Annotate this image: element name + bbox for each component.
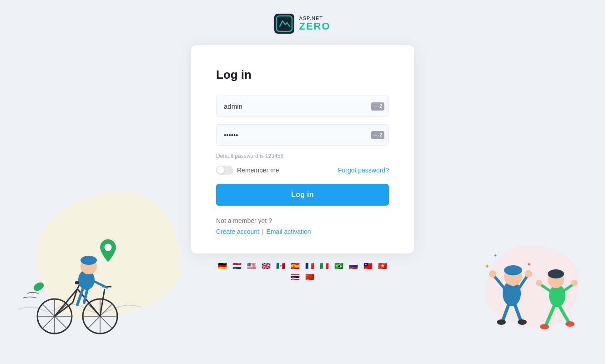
password-badge: ··· 2 (371, 131, 384, 139)
badge-count: 2 (379, 104, 382, 109)
login-card: Log in ··· 2 ··· 2 Default password is 1… (191, 45, 414, 253)
login-title: Log in (216, 68, 389, 82)
svg-point-31 (489, 270, 496, 278)
flag-item-4[interactable]: 🇲🇽 (275, 263, 286, 270)
flag-item-8[interactable]: 🇧🇷 (333, 263, 344, 270)
svg-line-43 (540, 284, 550, 291)
flag-item-2[interactable]: 🇺🇸 (246, 263, 257, 270)
remember-toggle[interactable] (216, 166, 233, 175)
flag-item-10[interactable]: 🇹🇼 (363, 263, 373, 270)
svg-point-25 (105, 244, 112, 251)
flag-item-5[interactable]: 🇪🇸 (290, 263, 301, 270)
username-input[interactable] (216, 96, 389, 117)
svg-point-24 (32, 281, 45, 293)
toggle-knob (217, 167, 224, 174)
flag-item-6[interactable]: 🇫🇷 (304, 263, 315, 270)
svg-point-28 (504, 265, 522, 275)
flag-item-11[interactable]: 🇭🇰 (377, 263, 388, 270)
svg-line-16 (77, 284, 80, 289)
remember-left: Remember me (216, 166, 279, 175)
badge-dots: ··· (373, 104, 379, 109)
svg-point-45 (536, 280, 542, 286)
svg-line-44 (563, 284, 573, 291)
not-member-text: Not a member yet ? (216, 217, 389, 224)
svg-point-46 (571, 280, 578, 286)
svg-point-35 (497, 319, 506, 325)
flag-item-13[interactable]: 🇨🇳 (304, 273, 315, 281)
username-group: ··· 2 (216, 96, 389, 117)
location-pin (100, 239, 116, 264)
svg-text:✦: ✦ (494, 253, 497, 258)
badge-dots-pw: ··· (373, 132, 379, 138)
svg-point-49 (540, 324, 549, 329)
svg-text:✦: ✦ (484, 263, 490, 270)
svg-point-50 (565, 321, 575, 327)
illustration-people: ✦ ✦ ✦ (473, 223, 591, 350)
logo-zero-label: ZERO (299, 21, 330, 32)
remember-label: Remember me (237, 167, 279, 174)
account-links: Create account | Email activation (216, 228, 389, 235)
create-account-link[interactable]: Create account (216, 228, 259, 235)
forgot-password-link[interactable]: Forgot password? (338, 167, 389, 174)
svg-point-32 (525, 270, 532, 278)
link-separator: | (262, 228, 264, 235)
svg-line-10 (55, 289, 77, 316)
svg-line-47 (546, 306, 554, 325)
svg-line-48 (560, 306, 569, 322)
flag-item-0[interactable]: 🇩🇪 (217, 263, 228, 270)
logo-text: ASP.NET ZERO (299, 15, 330, 32)
svg-text:✦: ✦ (527, 261, 531, 268)
logo-icon (274, 14, 294, 34)
flag-item-12[interactable]: 🇹🇭 (290, 273, 301, 281)
flag-item-9[interactable]: 🇷🇺 (348, 263, 359, 270)
svg-point-20 (81, 256, 97, 265)
badge-count-pw: 2 (379, 132, 382, 137)
flag-item-7[interactable]: 🇮🇹 (319, 263, 330, 270)
illustration-cyclist (14, 209, 141, 346)
svg-line-33 (503, 305, 509, 321)
header: ASP.NET ZERO (274, 14, 330, 34)
svg-line-29 (494, 275, 505, 289)
svg-point-42 (548, 269, 564, 278)
flag-item-1[interactable]: 🇳🇱 (232, 263, 242, 270)
password-input[interactable] (216, 124, 389, 146)
flag-item-3[interactable]: 🇬🇧 (261, 263, 272, 270)
password-hint: Default password is 123456 (216, 153, 389, 159)
username-badge: ··· 2 (371, 102, 384, 111)
remember-row: Remember me Forgot password? (216, 166, 389, 175)
password-group: ··· 2 (216, 124, 389, 146)
language-flags: 🇩🇪🇳🇱🇺🇸🇬🇧🇲🇽🇪🇸🇫🇷🇮🇹🇧🇷🇷🇺🇹🇼🇭🇰🇹🇭🇨🇳 (212, 263, 393, 281)
login-button[interactable]: Log in (216, 184, 389, 206)
email-activation-link[interactable]: Email activation (267, 228, 311, 235)
svg-point-36 (518, 319, 527, 325)
svg-line-34 (515, 305, 521, 321)
